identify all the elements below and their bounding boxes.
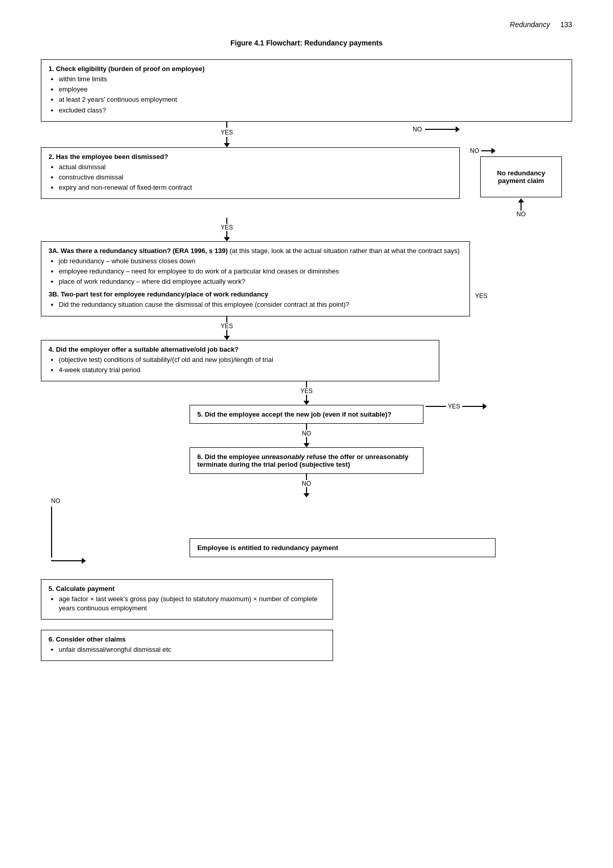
step5-box: 5. Did the employee accept the new job (… (190, 405, 423, 424)
step4-to-5-layout: YES 5. Did the employee accept the new j… (41, 381, 572, 497)
step3a-heading: 3A. Was there a redundancy situation? (E… (49, 247, 462, 255)
no-redundancy-text: No redundancy payment claim (486, 169, 556, 185)
step3a-item-3: place of work redundancy – where did emp… (59, 277, 462, 286)
arrow-no-5: NO (302, 430, 311, 437)
no-label-step4-left: NO (51, 497, 60, 505)
step2-item-2: constructive dismissal (59, 173, 452, 182)
step1-item-2: employee (59, 85, 564, 94)
entitled-wrap: Employee is entitled to redundancy payme… (190, 497, 572, 557)
step2-row: 2. Has the employee been dismissed? actu… (41, 147, 572, 218)
page-number: 133 (560, 20, 572, 29)
arrow-yes-3: YES (221, 323, 233, 330)
calc-num: 5. (49, 585, 54, 592)
step2-num: 2. (49, 153, 54, 161)
step5-num: 5. (197, 410, 203, 418)
step3a-heading-text: Was there a redundancy situation? (ERA 1… (61, 247, 228, 255)
other-list: unfair dismissal/wrongful dismissal etc (59, 645, 325, 654)
step3-and-yes-right: 3A. Was there a redundancy situation? (E… (41, 241, 572, 316)
calc-list: age factor × last week's gross pay (subj… (59, 595, 325, 613)
yes-arrow-right-label: YES (448, 403, 460, 410)
page: Redundancy 133 Figure 4.1 Flowchart: Red… (0, 0, 613, 702)
step3b-heading-text: Two-part test for employee redundancy/pl… (61, 290, 268, 298)
arrow-yes-2: YES (221, 224, 233, 231)
arrow-yes-2-wrap: YES (41, 218, 413, 241)
step6-num: 6. (197, 453, 203, 461)
arrow-no-6: NO (302, 480, 311, 487)
step2-item-1: actual dismissal (59, 163, 452, 172)
yes-right-label: YES (470, 241, 572, 300)
step1-num: 1. (49, 65, 54, 73)
step1-item-4: excluded class? (59, 106, 564, 115)
step6-box: 6. Did the employee unreasonably refuse … (190, 447, 423, 474)
other-num: 6. (49, 635, 54, 643)
step4-num: 4. (49, 346, 54, 353)
step3b-list: Did the redundancy situation cause the d… (59, 300, 462, 309)
figure-title: Figure 4.1 Flowchart: Redundancy payment… (41, 39, 572, 47)
flowchart: 1. Check eligibility (burden of proof on… (41, 59, 572, 661)
step1-item-3: at least 2 years' continuous employment (59, 95, 564, 104)
arrow-no-1: NO (413, 126, 422, 133)
other-box: 6. Consider other claims unfair dismissa… (41, 630, 333, 661)
arrow-no-step2: NO (470, 147, 479, 154)
yes-right-path: YES (423, 381, 572, 410)
step4-wrap: 4. Did the employer offer a suitable alt… (41, 340, 572, 381)
no-from-step4: NO (41, 497, 190, 564)
step4-item-1: (objective test) conditions of suitabili… (59, 355, 432, 364)
entitled-row: NO Employee is entitled to redundancy pa… (41, 497, 572, 564)
calc-item-1: age factor × last week's gross pay (subj… (59, 595, 325, 613)
step3-col: 3A. Was there a redundancy situation? (E… (41, 241, 470, 316)
yes-right: YES (475, 292, 487, 300)
calc-box: 5. Calculate payment age factor × last w… (41, 579, 333, 620)
step2-box: 2. Has the employee been dismissed? actu… (41, 147, 460, 199)
step3a-num: 3A. (49, 247, 59, 255)
step3a-item-1: job redundancy – whole business closes d… (59, 257, 462, 266)
step1-item-1: within time limits (59, 75, 564, 84)
step1-heading: Check eligibility (burden of proof on em… (56, 65, 204, 73)
step3a-list: job redundancy – whole business closes d… (59, 257, 462, 287)
page-header: Redundancy 133 (41, 20, 572, 29)
step3-box: 3A. Was there a redundancy situation? (E… (41, 241, 470, 316)
section-label: Redundancy (510, 20, 550, 29)
no-redundancy-box: No redundancy payment claim (480, 156, 562, 197)
bottom-section: 5. Calculate payment age factor × last w… (41, 579, 572, 661)
arrow-yes-3-wrap: YES (41, 316, 413, 340)
step4-list: (objective test) conditions of suitabili… (59, 355, 432, 375)
no-redundancy-section: NO No redundancy payment claim NO (470, 147, 572, 218)
step1-list: within time limits employee at least 2 y… (59, 75, 564, 115)
arrow-yes-4: YES (300, 387, 313, 395)
step5-heading: Did the employee accept the new job (eve… (205, 410, 392, 418)
step3a-sub: (at this stage, look at the actual situa… (230, 247, 460, 255)
yes-center-path: YES 5. Did the employee accept the new j… (190, 381, 423, 497)
entitled-box: Employee is entitled to redundancy payme… (190, 538, 496, 557)
step2-list: actual dismissal constructive dismissal … (59, 163, 452, 193)
step3a-item-2: employee redundancy – need for employee … (59, 267, 462, 276)
arrow-no-back: NO (516, 211, 526, 218)
step4-box: 4. Did the employer offer a suitable alt… (41, 340, 439, 381)
step2-item-4: expiry and non-renewal of fixed-term con… (59, 183, 452, 192)
other-heading: Consider other claims (56, 635, 126, 643)
arrow-yes-1: YES (221, 129, 233, 136)
entitled-text: Employee is entitled to redundancy payme… (197, 544, 338, 552)
step6-heading: Did the employee unreasonably refuse the… (197, 453, 408, 468)
step2-heading: Has the employee been dismissed? (56, 153, 168, 161)
step3b-item-1: Did the redundancy situation cause the d… (59, 300, 462, 309)
step4-item-2: 4-week statutory trial period (59, 366, 432, 375)
step4-heading: Did the employer offer a suitable altern… (56, 346, 239, 353)
calc-heading: Calculate payment (56, 585, 114, 592)
other-item-1: unfair dismissal/wrongful dismissal etc (59, 645, 325, 654)
step3b-num: 3B. (49, 290, 59, 298)
step3b-heading: 3B. Two-part test for employee redundanc… (49, 290, 462, 298)
step1-box: 1. Check eligibility (burden of proof on… (41, 59, 572, 122)
